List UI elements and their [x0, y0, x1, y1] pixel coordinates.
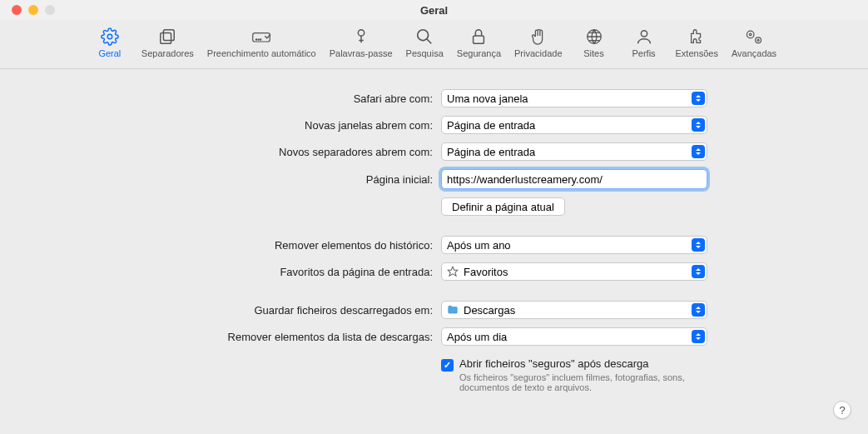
- svg-point-13: [749, 33, 751, 36]
- svg-point-7: [358, 30, 364, 36]
- homepage-label: Página inicial:: [33, 173, 441, 186]
- svg-point-12: [746, 31, 754, 38]
- new-tabs-label: Novos separadores abrem com:: [33, 146, 441, 158]
- autofill-icon: [251, 27, 271, 47]
- tab-advanced[interactable]: Avançadas: [730, 25, 778, 60]
- help-button[interactable]: ?: [833, 401, 851, 419]
- popup-arrows-icon: [692, 265, 705, 278]
- popup-arrows-icon: [692, 303, 705, 317]
- svg-rect-2: [161, 32, 171, 43]
- tab-label: Avançadas: [732, 48, 776, 58]
- open-safe-description: Os ficheiros "seguros" incluem filmes, f…: [459, 372, 701, 392]
- new-windows-label: Novas janelas abrem com:: [33, 119, 441, 132]
- popup-value: Página de entrada: [447, 146, 702, 158]
- popup-value: Após um ano: [447, 239, 702, 252]
- tab-label: Palavras-passe: [330, 48, 393, 58]
- tab-general[interactable]: Geral: [90, 25, 130, 60]
- key-icon: [351, 27, 371, 47]
- svg-point-11: [641, 31, 647, 37]
- tab-websites[interactable]: Sites: [574, 25, 614, 60]
- svg-point-8: [418, 30, 429, 41]
- remove-downloads-popup[interactable]: Após um dia: [441, 327, 707, 346]
- tab-extensions[interactable]: Extensões: [674, 25, 720, 60]
- globe-icon: [584, 27, 604, 47]
- folder-icon: [447, 304, 459, 316]
- popup-value: Favoritos: [464, 266, 702, 278]
- tab-label: Sites: [583, 48, 603, 58]
- search-icon: [414, 27, 434, 47]
- open-safe-checkbox[interactable]: [441, 359, 454, 372]
- popup-value: Descargas: [464, 304, 702, 317]
- button-label: Definir a página atual: [452, 201, 554, 213]
- remove-history-popup[interactable]: Após um ano: [441, 236, 707, 254]
- svg-point-15: [757, 39, 759, 41]
- set-current-page-button[interactable]: Definir a página atual: [441, 197, 565, 216]
- tab-label: Perfis: [632, 48, 655, 58]
- tab-tabs[interactable]: Separadores: [140, 25, 196, 60]
- window-title: Geral: [0, 4, 868, 17]
- svg-point-6: [260, 39, 261, 40]
- opens-with-label: Safari abre com:: [33, 92, 441, 105]
- titlebar: Geral: [0, 0, 868, 20]
- svg-rect-1: [164, 30, 175, 41]
- hand-icon: [528, 27, 548, 47]
- tab-label: Pesquisa: [406, 48, 444, 58]
- downloads-location-label: Guardar ficheiros descarregados em:: [33, 304, 441, 317]
- preferences-toolbar: Geral Separadores Preenchim: [0, 20, 868, 69]
- tab-label: Separadores: [141, 48, 194, 58]
- downloads-location-popup[interactable]: Descargas: [441, 301, 707, 319]
- svg-point-14: [756, 37, 761, 43]
- remove-history-label: Remover elementos do histórico:: [33, 239, 441, 252]
- tab-privacy[interactable]: Privacidade: [513, 25, 563, 60]
- svg-point-0: [107, 34, 112, 39]
- svg-marker-16: [448, 267, 458, 276]
- popup-arrows-icon: [692, 145, 705, 158]
- popup-value: Após um dia: [447, 331, 702, 343]
- tab-security[interactable]: Segurança: [455, 25, 503, 60]
- svg-rect-9: [474, 36, 484, 43]
- opens-with-popup[interactable]: Uma nova janela: [441, 89, 707, 107]
- lock-icon: [469, 27, 489, 47]
- new-tabs-popup[interactable]: Página de entrada: [441, 142, 707, 161]
- remove-downloads-label: Remover elementos da lista de descargas:: [33, 331, 441, 343]
- popup-arrows-icon: [692, 92, 705, 105]
- new-windows-popup[interactable]: Página de entrada: [441, 116, 707, 134]
- popup-arrows-icon: [692, 238, 705, 252]
- tab-autofill[interactable]: Preenchimento automático: [206, 25, 318, 60]
- preferences-window: Geral Geral Separadores: [0, 0, 868, 434]
- tab-label: Geral: [98, 48, 121, 58]
- homepage-input[interactable]: [441, 169, 707, 189]
- general-pane: Safari abre com: Uma nova janela Novas j…: [0, 69, 868, 434]
- gears-icon: [744, 27, 764, 47]
- popup-value: Página de entrada: [447, 119, 702, 132]
- gear-icon: [100, 27, 120, 47]
- favorites-label: Favoritos da página de entrada:: [33, 266, 441, 278]
- tabs-icon: [157, 27, 177, 47]
- tab-passwords[interactable]: Palavras-passe: [328, 25, 394, 60]
- star-icon: [447, 266, 459, 277]
- popup-arrows-icon: [692, 330, 705, 343]
- tab-search[interactable]: Pesquisa: [404, 25, 445, 60]
- tab-label: Extensões: [676, 48, 718, 58]
- svg-point-4: [256, 39, 257, 40]
- tab-label: Privacidade: [514, 48, 562, 58]
- tab-label: Preenchimento automático: [207, 48, 316, 58]
- help-label: ?: [839, 404, 845, 417]
- popup-value: Uma nova janela: [447, 92, 702, 105]
- puzzle-icon: [687, 27, 707, 47]
- svg-point-5: [258, 39, 259, 40]
- tab-profiles[interactable]: Perfis: [624, 25, 664, 60]
- tab-label: Segurança: [457, 48, 501, 58]
- profile-icon: [634, 27, 654, 47]
- popup-arrows-icon: [692, 118, 705, 132]
- open-safe-label: Abrir ficheiros "seguros" após descarga: [459, 357, 701, 370]
- favorites-popup[interactable]: Favoritos: [441, 262, 707, 281]
